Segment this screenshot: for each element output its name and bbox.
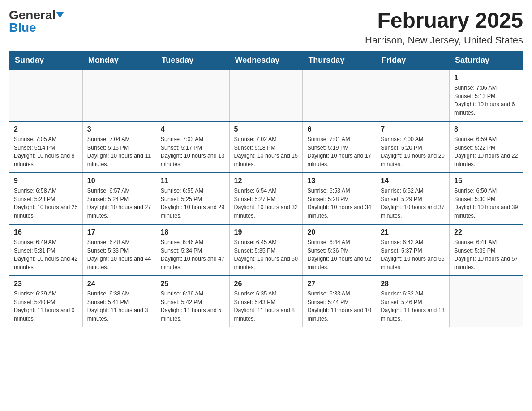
calendar-cell: 23Sunrise: 6:39 AMSunset: 5:40 PMDayligh… (9, 276, 83, 327)
day-number: 23 (14, 280, 78, 288)
day-number: 17 (87, 228, 151, 236)
calendar-cell: 5Sunrise: 7:02 AMSunset: 5:18 PMDaylight… (229, 121, 303, 173)
calendar-cell: 26Sunrise: 6:35 AMSunset: 5:43 PMDayligh… (229, 276, 303, 327)
calendar-cell: 13Sunrise: 6:53 AMSunset: 5:28 PMDayligh… (303, 173, 376, 224)
day-info: Sunrise: 6:52 AMSunset: 5:29 PMDaylight:… (381, 187, 445, 220)
calendar-cell (303, 70, 376, 121)
day-info: Sunrise: 6:59 AMSunset: 5:22 PMDaylight:… (454, 135, 518, 169)
day-info: Sunrise: 6:58 AMSunset: 5:23 PMDaylight:… (14, 187, 78, 220)
page-subtitle: Harrison, New Jersey, United States (365, 34, 523, 46)
calendar-cell: 3Sunrise: 7:04 AMSunset: 5:15 PMDaylight… (82, 121, 156, 173)
day-number: 9 (14, 177, 78, 185)
day-info: Sunrise: 6:35 AMSunset: 5:43 PMDaylight:… (234, 290, 298, 323)
day-info: Sunrise: 7:04 AMSunset: 5:15 PMDaylight:… (87, 135, 151, 169)
calendar-cell: 6Sunrise: 7:01 AMSunset: 5:19 PMDaylight… (303, 121, 376, 173)
day-number: 7 (381, 125, 445, 133)
day-info: Sunrise: 6:42 AMSunset: 5:37 PMDaylight:… (381, 238, 445, 272)
day-number: 24 (87, 280, 151, 288)
day-info: Sunrise: 6:46 AMSunset: 5:34 PMDaylight:… (161, 238, 225, 272)
title-block: February 2025 Harrison, New Jersey, Unit… (365, 9, 523, 46)
day-number: 11 (161, 177, 225, 185)
day-number: 14 (381, 177, 445, 185)
calendar-week-row: 23Sunrise: 6:39 AMSunset: 5:40 PMDayligh… (9, 276, 523, 327)
day-number: 1 (454, 74, 518, 82)
day-info: Sunrise: 6:54 AMSunset: 5:27 PMDaylight:… (234, 187, 298, 220)
logo-blue-text: Blue (9, 21, 36, 34)
day-number: 27 (307, 280, 371, 288)
calendar-cell: 2Sunrise: 7:05 AMSunset: 5:14 PMDaylight… (9, 121, 83, 173)
day-info: Sunrise: 6:36 AMSunset: 5:42 PMDaylight:… (161, 290, 225, 323)
day-info: Sunrise: 7:01 AMSunset: 5:19 PMDaylight:… (307, 135, 371, 169)
day-number: 19 (234, 228, 298, 236)
day-info: Sunrise: 7:05 AMSunset: 5:14 PMDaylight:… (14, 135, 78, 169)
calendar-cell: 1Sunrise: 7:06 AMSunset: 5:13 PMDaylight… (450, 70, 523, 121)
day-number: 16 (14, 228, 78, 236)
calendar-cell: 11Sunrise: 6:55 AMSunset: 5:25 PMDayligh… (156, 173, 229, 224)
svg-marker-0 (56, 12, 64, 18)
day-info: Sunrise: 6:32 AMSunset: 5:46 PMDaylight:… (381, 290, 445, 323)
calendar-cell: 9Sunrise: 6:58 AMSunset: 5:23 PMDaylight… (9, 173, 83, 224)
calendar-cell: 14Sunrise: 6:52 AMSunset: 5:29 PMDayligh… (376, 173, 450, 224)
page-title: February 2025 (365, 9, 523, 33)
calendar-week-row: 9Sunrise: 6:58 AMSunset: 5:23 PMDaylight… (9, 173, 523, 224)
day-info: Sunrise: 6:33 AMSunset: 5:44 PMDaylight:… (307, 290, 371, 323)
calendar-cell (376, 70, 450, 121)
day-info: Sunrise: 6:41 AMSunset: 5:39 PMDaylight:… (454, 238, 518, 272)
calendar-cell: 21Sunrise: 6:42 AMSunset: 5:37 PMDayligh… (376, 224, 450, 276)
calendar-cell: 7Sunrise: 7:00 AMSunset: 5:20 PMDaylight… (376, 121, 450, 173)
day-info: Sunrise: 7:00 AMSunset: 5:20 PMDaylight:… (381, 135, 445, 169)
day-info: Sunrise: 7:06 AMSunset: 5:13 PMDaylight:… (454, 84, 518, 117)
weekday-header-tuesday: Tuesday (156, 51, 229, 70)
day-number: 4 (161, 125, 225, 133)
calendar-cell: 17Sunrise: 6:48 AMSunset: 5:33 PMDayligh… (82, 224, 156, 276)
weekday-header-sunday: Sunday (9, 51, 83, 70)
logo-general-text: General (9, 9, 56, 21)
calendar-cell: 18Sunrise: 6:46 AMSunset: 5:34 PMDayligh… (156, 224, 229, 276)
logo: General Blue (9, 9, 64, 34)
calendar-cell (450, 276, 523, 327)
calendar-cell: 22Sunrise: 6:41 AMSunset: 5:39 PMDayligh… (450, 224, 523, 276)
day-info: Sunrise: 6:49 AMSunset: 5:31 PMDaylight:… (14, 238, 78, 272)
day-number: 28 (381, 280, 445, 288)
day-info: Sunrise: 6:45 AMSunset: 5:35 PMDaylight:… (234, 238, 298, 272)
calendar-cell: 28Sunrise: 6:32 AMSunset: 5:46 PMDayligh… (376, 276, 450, 327)
day-number: 5 (234, 125, 298, 133)
calendar-cell: 24Sunrise: 6:38 AMSunset: 5:41 PMDayligh… (82, 276, 156, 327)
calendar-week-row: 16Sunrise: 6:49 AMSunset: 5:31 PMDayligh… (9, 224, 523, 276)
calendar-cell: 27Sunrise: 6:33 AMSunset: 5:44 PMDayligh… (303, 276, 376, 327)
day-number: 15 (454, 177, 518, 185)
calendar-cell: 8Sunrise: 6:59 AMSunset: 5:22 PMDaylight… (450, 121, 523, 173)
day-number: 12 (234, 177, 298, 185)
day-info: Sunrise: 6:53 AMSunset: 5:28 PMDaylight:… (307, 187, 371, 220)
logo-triangle-icon (56, 12, 64, 18)
calendar-header: SundayMondayTuesdayWednesdayThursdayFrid… (9, 51, 523, 70)
weekday-header-friday: Friday (376, 51, 450, 70)
day-info: Sunrise: 7:03 AMSunset: 5:17 PMDaylight:… (161, 135, 225, 169)
calendar-week-row: 1Sunrise: 7:06 AMSunset: 5:13 PMDaylight… (9, 70, 523, 121)
calendar-cell (156, 70, 229, 121)
calendar-cell: 15Sunrise: 6:50 AMSunset: 5:30 PMDayligh… (450, 173, 523, 224)
day-number: 8 (454, 125, 518, 133)
day-number: 6 (307, 125, 371, 133)
calendar-cell (82, 70, 156, 121)
calendar-body: 1Sunrise: 7:06 AMSunset: 5:13 PMDaylight… (9, 70, 523, 327)
day-number: 10 (87, 177, 151, 185)
weekday-header-thursday: Thursday (303, 51, 376, 70)
day-info: Sunrise: 6:39 AMSunset: 5:40 PMDaylight:… (14, 290, 78, 323)
day-number: 22 (454, 228, 518, 236)
calendar-cell (229, 70, 303, 121)
day-info: Sunrise: 6:50 AMSunset: 5:30 PMDaylight:… (454, 187, 518, 220)
day-info: Sunrise: 6:55 AMSunset: 5:25 PMDaylight:… (161, 187, 225, 220)
weekday-header-wednesday: Wednesday (229, 51, 303, 70)
calendar-cell: 20Sunrise: 6:44 AMSunset: 5:36 PMDayligh… (303, 224, 376, 276)
day-number: 25 (161, 280, 225, 288)
day-number: 13 (307, 177, 371, 185)
weekday-header-monday: Monday (82, 51, 156, 70)
day-number: 21 (381, 228, 445, 236)
day-info: Sunrise: 6:57 AMSunset: 5:24 PMDaylight:… (87, 187, 151, 220)
day-info: Sunrise: 6:48 AMSunset: 5:33 PMDaylight:… (87, 238, 151, 272)
weekday-header-saturday: Saturday (450, 51, 523, 70)
calendar-cell: 4Sunrise: 7:03 AMSunset: 5:17 PMDaylight… (156, 121, 229, 173)
page-header: General Blue February 2025 Harrison, New… (9, 9, 523, 46)
day-info: Sunrise: 6:38 AMSunset: 5:41 PMDaylight:… (87, 290, 151, 323)
